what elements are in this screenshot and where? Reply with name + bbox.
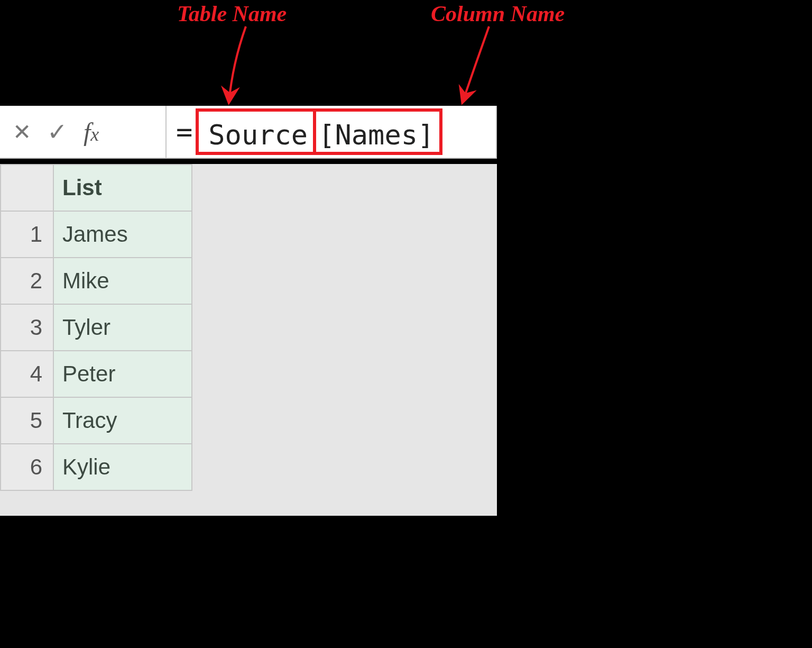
- list-item[interactable]: James: [53, 211, 192, 258]
- list-grid: List 1James2Mike3Tyler4Peter5Tracy6Kylie: [0, 164, 497, 516]
- formula-prefix: =: [176, 116, 196, 148]
- cancel-icon[interactable]: ✕: [13, 119, 31, 145]
- fx-icon[interactable]: fx: [84, 117, 99, 147]
- list-item[interactable]: Mike: [53, 258, 192, 304]
- row-number: 6: [1, 444, 53, 490]
- formula-bar: ✕ ✓ fx = Source[Names]: [0, 106, 497, 159]
- formula-input[interactable]: = Source[Names]: [167, 106, 497, 159]
- callout-arrow-table: [209, 26, 267, 108]
- formula-bar-buttons: ✕ ✓ fx: [0, 106, 167, 159]
- list-item[interactable]: Kylie: [53, 444, 192, 490]
- row-number: 1: [1, 211, 53, 258]
- table-row[interactable]: 2Mike: [1, 258, 192, 304]
- callout-arrow-column: [447, 26, 505, 108]
- column-header-list[interactable]: List: [53, 165, 192, 211]
- annotation-column-name: Column Name: [431, 1, 565, 26]
- list-item[interactable]: Tracy: [53, 397, 192, 444]
- table-corner: [1, 165, 53, 211]
- table-row[interactable]: 4Peter: [1, 351, 192, 397]
- row-number: 4: [1, 351, 53, 397]
- list-item[interactable]: Tyler: [53, 304, 192, 351]
- row-number: 3: [1, 304, 53, 351]
- confirm-icon[interactable]: ✓: [47, 117, 68, 146]
- table-row[interactable]: 6Kylie: [1, 444, 192, 490]
- list-item[interactable]: Peter: [53, 351, 192, 397]
- table-row[interactable]: 3Tyler: [1, 304, 192, 351]
- table-row[interactable]: 1James: [1, 211, 192, 258]
- row-number: 2: [1, 258, 53, 304]
- formula-column-segment: [Names]: [316, 108, 442, 155]
- table-row[interactable]: 5Tracy: [1, 397, 192, 444]
- row-number: 5: [1, 397, 53, 444]
- annotation-table-name: Table Name: [177, 1, 287, 26]
- formula-table-segment: Source: [196, 108, 316, 155]
